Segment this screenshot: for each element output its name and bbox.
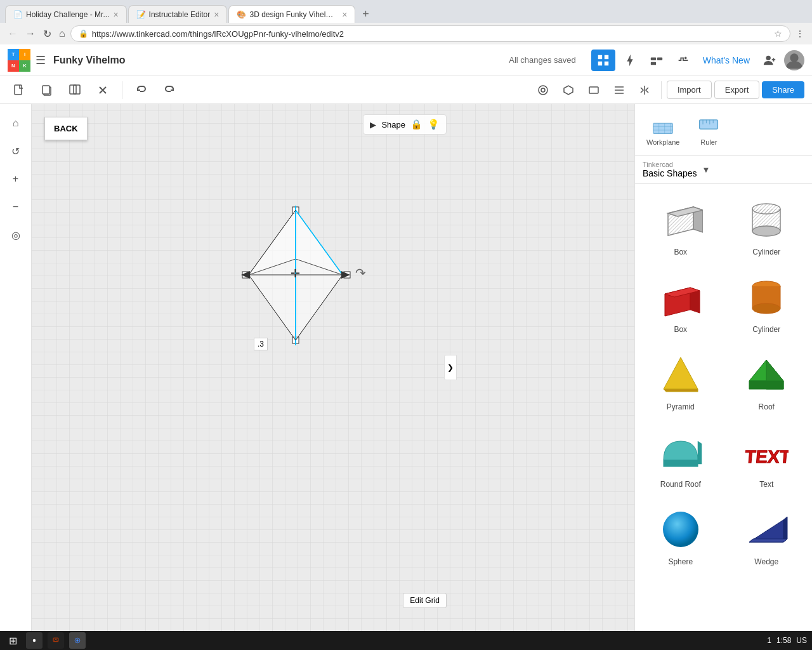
blocks-view-button[interactable] — [645, 50, 669, 71]
share-button[interactable]: Share — [762, 81, 804, 98]
app-header: T I N K ☰ Funky Vihelmo All changes save… — [0, 44, 812, 76]
svg-rect-14 — [43, 86, 49, 94]
new-tab-button[interactable]: + — [357, 5, 374, 23]
browser-tabs: 📄 Holiday Challenge - Mr... × 📝 Instruct… — [0, 0, 812, 23]
orbit-button[interactable]: ↺ — [4, 140, 27, 162]
tab-holiday[interactable]: 📄 Holiday Challenge - Mr... × — [5, 5, 127, 23]
new-design-button[interactable] — [8, 80, 30, 100]
copy-icon — [41, 84, 53, 96]
shape-label-box-red: Box — [674, 325, 687, 334]
toolbar-separator-2 — [661, 81, 662, 99]
menu-icon[interactable]: ☰ — [36, 53, 46, 67]
ruler-tool[interactable]: Ruler — [691, 109, 726, 150]
shape-item-pyramid[interactable]: Pyramid — [640, 344, 721, 416]
box-red-svg — [658, 275, 703, 319]
lock-icon[interactable]: 🔒 — [410, 119, 422, 130]
wedge-svg — [744, 507, 789, 552]
move-cursor: ✛ — [291, 267, 300, 280]
3d-view-button[interactable] — [557, 80, 580, 100]
import-button[interactable]: Import — [667, 81, 712, 99]
shape-item-box-red[interactable]: Box — [640, 267, 721, 339]
shape-panel-collapse[interactable]: ▶ — [370, 120, 376, 129]
shape-box-red-preview — [655, 272, 706, 322]
taskbar-clock: 1 — [767, 636, 771, 645]
new-design-icon — [13, 84, 25, 96]
blocks-icon — [650, 53, 664, 67]
delete-button[interactable] — [91, 80, 114, 100]
shape-item-round-roof[interactable]: Round Roof — [640, 421, 721, 494]
tab-tinkercad[interactable]: 🎨 3D design Funky Vihelm... × — [228, 5, 355, 23]
grid-view-button[interactable] — [591, 50, 615, 71]
tab-close-instructable[interactable]: × — [214, 10, 219, 20]
paste-button[interactable] — [63, 80, 86, 100]
lightbulb-icon[interactable]: 💡 — [428, 119, 440, 130]
cylinder-orange-svg — [744, 275, 789, 319]
zoom-home-button[interactable]: ⌂ — [4, 112, 27, 135]
redo-button[interactable] — [158, 80, 181, 100]
url-text: https://www.tinkercad.com/things/lRcXOUg… — [92, 29, 770, 39]
shape-label-cylinder-grey: Cylinder — [752, 248, 780, 256]
back-nav-button[interactable]: ← — [5, 25, 20, 42]
back-button[interactable]: BACK — [44, 117, 88, 140]
shape-item-wedge[interactable]: Wedge — [726, 499, 808, 571]
tab-close-holiday[interactable]: × — [113, 10, 118, 20]
tab-close-tinkercad[interactable]: × — [342, 10, 347, 20]
shape-item-box-grey[interactable]: Box — [640, 189, 721, 262]
browser-chrome: 📄 Holiday Challenge - Mr... × 📝 Instruct… — [0, 0, 812, 44]
tab-title-holiday: Holiday Challenge - Mr... — [26, 10, 109, 19]
add-user-button[interactable] — [757, 50, 782, 71]
edit-grid-button[interactable]: Edit Grid — [403, 593, 447, 608]
zoom-out-button[interactable]: − — [4, 196, 27, 218]
shape-item-roof[interactable]: Roof — [726, 344, 808, 416]
export-button[interactable]: Export — [714, 81, 760, 99]
home-view-icon — [537, 84, 549, 96]
svg-rect-3 — [605, 61, 608, 65]
svg-rect-6 — [651, 62, 656, 65]
whats-new-button[interactable]: What's New — [698, 51, 755, 69]
text-svg: TEXT — [744, 430, 789, 474]
mirror-button[interactable] — [633, 80, 656, 100]
layers-button[interactable]: ◎ — [4, 223, 27, 246]
main-layout: ⌂ ↺ + − ◎ BACK ▶ Shape 🔒 💡 — [0, 104, 812, 631]
shape-item-cylinder-orange[interactable]: Cylinder — [726, 267, 808, 339]
svg-point-17 — [541, 88, 545, 92]
forward-nav-button[interactable]: → — [23, 25, 38, 42]
windows-button[interactable]: ⊞ — [5, 633, 21, 648]
collapse-sidebar-button[interactable]: ❯ — [444, 355, 457, 380]
simulate-button[interactable] — [671, 50, 695, 71]
shapes-dropdown-arrow[interactable]: ▼ — [702, 165, 710, 175]
svg-rect-59 — [664, 460, 698, 467]
shape-sphere-preview — [655, 504, 706, 555]
undo-button[interactable] — [130, 80, 153, 100]
edit-view-button[interactable] — [618, 50, 642, 71]
shape-item-cylinder-grey[interactable]: Cylinder — [726, 189, 808, 262]
taskbar-app-system[interactable] — [26, 632, 43, 649]
workplane-tool[interactable]: Workplane — [640, 109, 686, 150]
canvas-object[interactable]: ✛ ↷ — [241, 206, 368, 345]
shape-item-text[interactable]: TEXT Text — [726, 421, 808, 494]
address-bar[interactable]: 🔒 https://www.tinkercad.com/things/lRcXO… — [70, 25, 790, 42]
bookmark-icon[interactable]: ☆ — [774, 29, 782, 39]
shape-item-sphere[interactable]: Sphere — [640, 499, 721, 571]
dimension-tag: .3 — [254, 338, 268, 350]
canvas-area[interactable]: BACK ▶ Shape 🔒 💡 — [32, 104, 634, 631]
extensions-button[interactable]: ⋮ — [793, 26, 807, 41]
shape-roof-preview — [741, 349, 792, 400]
align-button[interactable] — [608, 80, 631, 100]
taskbar-app-chrome[interactable] — [69, 632, 86, 649]
taskbar-app-monitor[interactable] — [48, 632, 64, 649]
svg-point-52 — [752, 303, 780, 314]
user-avatar[interactable] — [784, 50, 804, 70]
svg-point-18 — [539, 86, 547, 95]
copy-button[interactable] — [36, 80, 58, 100]
home-view-button[interactable] — [532, 80, 554, 100]
flat-view-button[interactable] — [582, 80, 605, 100]
shape-round-roof-preview — [655, 427, 706, 477]
zoom-in-button[interactable]: + — [4, 168, 27, 190]
header-actions: What's New — [591, 50, 804, 71]
rotate-handle[interactable]: ↷ — [355, 266, 366, 280]
reload-button[interactable]: ↻ — [41, 25, 54, 43]
tab-instructable[interactable]: 📝 Instructable Editor × — [128, 5, 228, 23]
tab-favicon-holiday: 📄 — [13, 10, 22, 19]
home-button[interactable]: ⌂ — [56, 25, 68, 42]
